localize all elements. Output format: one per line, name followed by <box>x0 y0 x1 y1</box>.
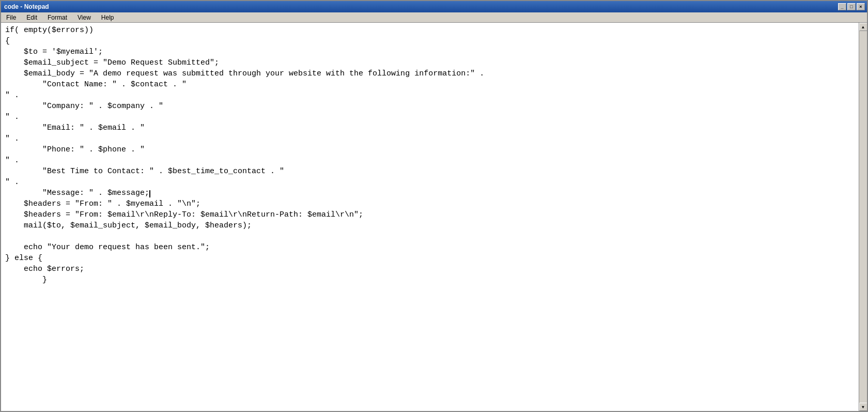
scrollbar-right[interactable]: ▲ ▼ <box>859 23 867 411</box>
title-bar: code - Notepad _ □ × <box>1 1 867 12</box>
menu-edit[interactable]: Edit <box>23 13 40 22</box>
menu-view[interactable]: View <box>74 13 94 22</box>
maximize-button[interactable]: □ <box>847 3 856 10</box>
menu-format[interactable]: Format <box>44 13 70 22</box>
notepad-window: code - Notepad _ □ × File Edit Format Vi… <box>0 0 868 412</box>
scroll-up-button[interactable]: ▲ <box>859 23 867 31</box>
editor-area[interactable]: if( empty($errors)) { $to = '$myemail'; … <box>1 23 867 411</box>
menu-help[interactable]: Help <box>98 13 117 22</box>
window-title: code - Notepad <box>3 3 49 10</box>
text-cursor <box>149 190 150 197</box>
menu-file[interactable]: File <box>3 13 19 22</box>
menu-bar: File Edit Format View Help <box>1 12 867 23</box>
minimize-button[interactable]: _ <box>838 3 846 10</box>
close-button[interactable]: × <box>857 3 865 10</box>
scroll-down-button[interactable]: ▼ <box>859 403 867 411</box>
scrollbar-track[interactable] <box>859 31 867 403</box>
window-controls: _ □ × <box>838 3 865 10</box>
code-content: if( empty($errors)) { $to = '$myemail'; … <box>5 25 863 285</box>
